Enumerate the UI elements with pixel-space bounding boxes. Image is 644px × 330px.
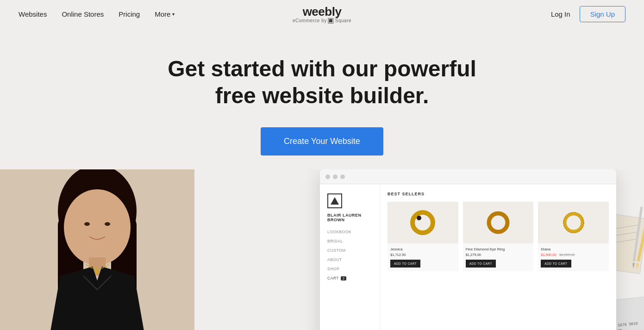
svg-point-6 — [105, 222, 110, 226]
product-card-1: Jessica $1,712.50 ADD TO CART — [388, 202, 458, 271]
site-nav-custom[interactable]: CUSTOM — [327, 248, 372, 253]
browser-dot-1 — [325, 174, 330, 179]
woman-image — [0, 169, 194, 330]
hero-title: Get started with our powerful free websi… — [156, 56, 489, 109]
product-name-2: Fine Diamond Eye Ring — [463, 247, 534, 251]
site-sidebar: BLAIR LAUREN BROWN LOOKBOOK BRIDAL CUSTO… — [320, 184, 380, 330]
nav-online-stores[interactable]: Online Stores — [62, 10, 104, 18]
product-price-1: $1,712.50 — [388, 253, 458, 257]
site-nav-shop[interactable]: SHOP — [327, 267, 372, 271]
svg-point-13 — [563, 212, 584, 233]
products-grid: Jessica $1,712.50 ADD TO CART Fine Diamo… — [388, 202, 609, 271]
signup-button[interactable]: Sign Up — [580, 6, 625, 22]
site-main-content: BEST SELLERS Jessica $1,712.50 ADD TO CA… — [380, 184, 616, 330]
nav-left: Websites Online Stores Pricing More ▾ — [19, 10, 175, 18]
content-area: BLAIR LAUREN BROWN LOOKBOOK BRIDAL CUSTO… — [0, 169, 644, 330]
product-name-1: Jessica — [388, 247, 458, 251]
nav-more[interactable]: More ▾ — [155, 10, 175, 18]
logo-text[interactable]: weebly — [303, 5, 342, 19]
product-img-2 — [463, 202, 534, 243]
navbar: Websites Online Stores Pricing More ▾ we… — [0, 0, 644, 28]
svg-point-9 — [413, 212, 433, 233]
site-nav-lookbook[interactable]: LOOKBOOK — [327, 230, 372, 234]
product-card-2: Fine Diamond Eye Ring $1,275.00 ADD TO C… — [463, 202, 534, 271]
browser-dot-3 — [340, 174, 345, 179]
product-img-3 — [538, 202, 609, 243]
nav-center-logo: weebly eCommerce by ⬛ Square — [293, 5, 351, 24]
nav-pricing[interactable]: Pricing — [119, 10, 140, 18]
cta-button[interactable]: Create Your Website — [261, 127, 383, 156]
add-to-cart-btn-1[interactable]: ADD TO CART — [390, 260, 420, 268]
product-price-3: $1,900.00 $2,299.00 — [538, 253, 609, 257]
site-nav-about[interactable]: ABOUT — [327, 257, 372, 262]
brand-name: BLAIR LAUREN BROWN — [327, 213, 372, 222]
svg-point-5 — [84, 222, 90, 226]
hero-section: Get started with our powerful free websi… — [0, 28, 644, 169]
triangle-icon — [331, 197, 339, 205]
browser-bar — [320, 169, 616, 184]
svg-point-10 — [417, 216, 421, 220]
square-icon: ⬛ — [328, 18, 334, 24]
browser-content: BLAIR LAUREN BROWN LOOKBOOK BRIDAL CUSTO… — [320, 184, 616, 330]
product-card-3: Diana $1,900.00 $2,299.00 ADD TO CART — [538, 202, 609, 271]
add-to-cart-btn-2[interactable]: ADD TO CART — [466, 260, 496, 268]
site-nav-cart[interactable]: CART 2 — [327, 276, 372, 280]
svg-point-8 — [95, 270, 99, 274]
nav-right: Log In Sign Up — [551, 6, 625, 22]
logo-subtitle: eCommerce by ⬛ Square — [293, 18, 351, 24]
product-price-2: $1,275.00 — [463, 253, 534, 257]
browser-dot-2 — [333, 174, 338, 179]
svg-point-4 — [64, 189, 131, 265]
svg-point-11 — [489, 213, 507, 232]
login-link[interactable]: Log In — [551, 10, 570, 18]
browser-mockup: BLAIR LAUREN BROWN LOOKBOOK BRIDAL CUSTO… — [320, 169, 616, 330]
site-nav-bridal[interactable]: BRIDAL — [327, 239, 372, 243]
chevron-down-icon: ▾ — [172, 12, 175, 17]
cart-badge: 2 — [341, 276, 346, 280]
section-title: BEST SELLERS — [388, 192, 609, 196]
add-to-cart-btn-3[interactable]: ADD TO CART — [541, 260, 571, 268]
product-name-3: Diana — [538, 247, 609, 251]
site-nav-items: LOOKBOOK BRIDAL CUSTOM ABOUT SHOP CART 2 — [327, 230, 372, 280]
product-img-1 — [388, 202, 458, 243]
svg-point-12 — [565, 214, 582, 231]
site-logo-icon — [327, 193, 342, 208]
nav-websites[interactable]: Websites — [19, 10, 47, 18]
